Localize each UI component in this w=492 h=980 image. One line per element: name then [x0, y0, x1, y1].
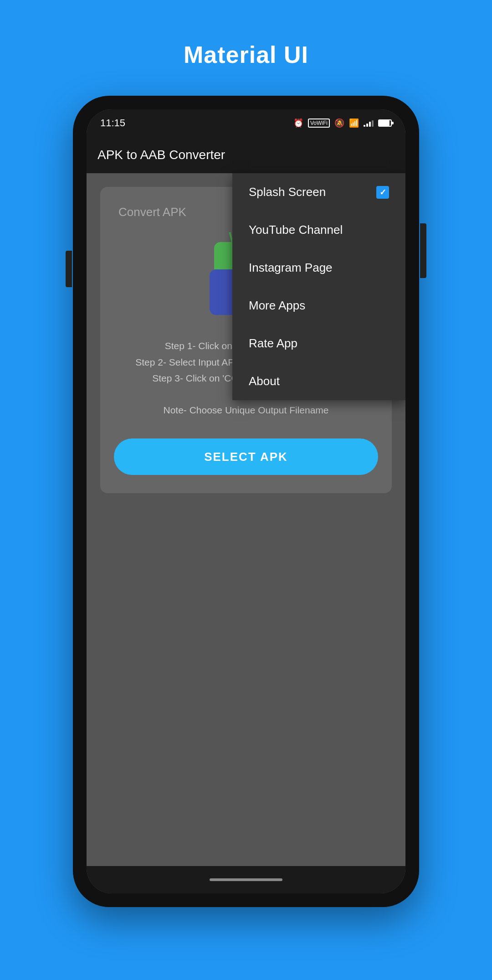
menu-item-rate-app[interactable]: Rate App: [232, 325, 405, 362]
app-bar-title: APK to AAB Converter: [97, 148, 225, 162]
splash-screen-checkbox[interactable]: ✓: [376, 186, 389, 199]
status-time: 11:15: [100, 117, 125, 129]
menu-item-about[interactable]: About: [232, 362, 405, 400]
phone-device: 11:15 ⏰ VoWiFi 🔕 📶: [73, 96, 419, 907]
home-indicator: [210, 878, 282, 881]
menu-item-youtube[interactable]: YouTube Channel: [232, 211, 405, 249]
muted-icon: 🔕: [334, 118, 344, 128]
select-apk-button[interactable]: SELECT APK: [114, 438, 378, 475]
page-title: Material UI: [184, 41, 308, 68]
phone-screen: 11:15 ⏰ VoWiFi 🔕 📶: [87, 109, 405, 893]
battery-icon: [378, 119, 392, 127]
card-title: Convert APK: [114, 205, 186, 219]
menu-item-splash-screen[interactable]: Splash Screen ✓: [232, 173, 405, 211]
app-bar: APK to AAB Converter Splash Screen ✓ You…: [87, 137, 405, 173]
wifi-off-icon: 📶: [349, 118, 359, 128]
menu-item-more-apps[interactable]: More Apps: [232, 287, 405, 325]
alarm-icon: ⏰: [293, 118, 303, 128]
menu-item-instagram[interactable]: Instagram Page: [232, 249, 405, 287]
dropdown-menu: Splash Screen ✓ YouTube Channel Instagra…: [232, 173, 405, 400]
status-bar: 11:15 ⏰ VoWiFi 🔕 📶: [87, 109, 405, 137]
bottom-bar: [87, 866, 405, 893]
status-icons: ⏰ VoWiFi 🔕 📶: [293, 118, 392, 128]
note-text: Note- Choose Unique Output Filename: [163, 405, 328, 416]
signal-icon: [364, 119, 374, 127]
wifi-call-icon: VoWiFi: [308, 119, 330, 128]
